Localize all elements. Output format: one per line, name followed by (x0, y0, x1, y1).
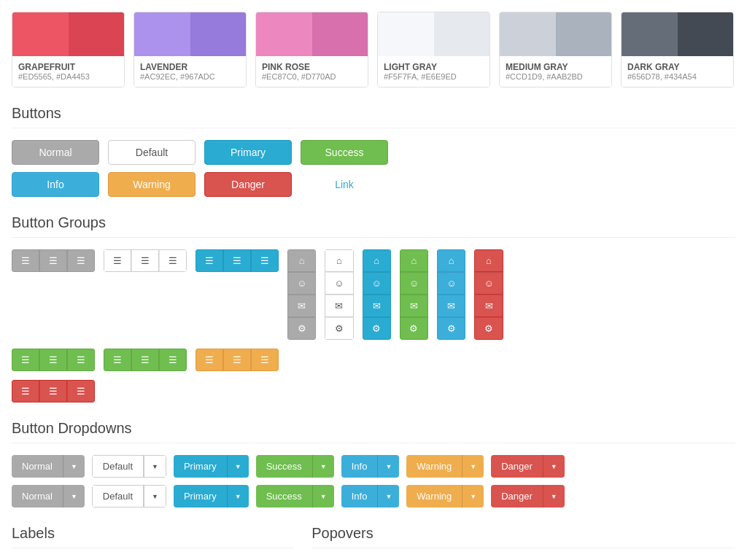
split-dropdown-normal[interactable]: Normal (12, 485, 85, 508)
home-icon-btn-normal[interactable]: ⌂ (287, 249, 316, 272)
info-button[interactable]: Info (12, 172, 99, 197)
split-dropdown-label: Info (341, 485, 378, 508)
align-left-btn-2[interactable]: ☰ (104, 249, 131, 272)
dropdown-row-2: NormalDefaultPrimarySuccessInfoWarningDa… (12, 485, 735, 508)
labels-section: Labels Normal Default Primary Success In… (12, 525, 294, 560)
chat-icon-btn-normal[interactable]: ✉ (287, 295, 316, 317)
split-dropdown-warning[interactable]: Warning (406, 485, 484, 508)
split-dropdown-info[interactable]: Info (341, 485, 400, 508)
align-right-s2[interactable]: ☰ (159, 349, 187, 371)
align-left-btn[interactable]: ☰ (12, 249, 39, 272)
split-dropdown-primary[interactable]: Primary (174, 485, 249, 508)
align-left-d[interactable]: ☰ (12, 380, 39, 402)
align-right-btn[interactable]: ☰ (67, 249, 95, 272)
btn-group-normal: ☰ ☰ ☰ (12, 249, 95, 272)
user-icon-btn-default[interactable]: ☺ (325, 272, 353, 295)
home-icon-btn-danger[interactable]: ⌂ (474, 249, 503, 272)
gear-icon-btn-info[interactable]: ⚙ (437, 317, 465, 340)
dropdown-primary[interactable]: Primary (174, 455, 249, 478)
btn-group-success-2: ☰ ☰ ☰ (104, 349, 187, 371)
swatch-hex: #AC92EC, #967ADC (140, 72, 240, 81)
swatch-color1 (378, 12, 434, 56)
default-button[interactable]: Default (108, 140, 196, 165)
align-center-btn-3[interactable]: ☰ (223, 249, 251, 272)
align-right-btn-3[interactable]: ☰ (251, 249, 279, 272)
dropdown-info[interactable]: Info (341, 455, 400, 478)
swatch-color1 (134, 12, 190, 56)
swatch-card-medium-gray: MEDIUM GRAY #CCD1D9, #AAB2BD (499, 12, 612, 88)
split-dropdown-caret (377, 485, 399, 508)
chat-icon-btn-primary[interactable]: ✉ (363, 295, 391, 317)
align-right-w[interactable]: ☰ (251, 349, 279, 371)
align-center-s2[interactable]: ☰ (131, 349, 159, 371)
swatch-info: LAVENDER #AC92EC, #967ADC (134, 56, 246, 87)
align-left-w[interactable]: ☰ (196, 349, 223, 371)
align-left-s[interactable]: ☰ (12, 349, 39, 371)
warning-button[interactable]: Warning (108, 172, 196, 197)
swatch-card-pink-rose: PINK ROSE #EC87C0, #D770AD (255, 12, 368, 88)
home-icon-btn-primary[interactable]: ⌂ (363, 249, 391, 272)
user-icon-btn-primary[interactable]: ☺ (363, 272, 391, 295)
danger-button[interactable]: Danger (204, 172, 292, 197)
home-icon-btn-success[interactable]: ⌂ (400, 249, 428, 272)
dropdown-danger[interactable]: Danger (491, 455, 565, 478)
split-dropdown-danger[interactable]: Danger (491, 485, 565, 508)
button-groups-title: Button Groups (12, 214, 735, 238)
split-dropdown-label: Primary (174, 485, 227, 508)
normal-button[interactable]: Normal (12, 140, 99, 165)
align-left-btn-3[interactable]: ☰ (196, 249, 223, 272)
align-center-d[interactable]: ☰ (39, 380, 67, 402)
chat-icon-btn-danger[interactable]: ✉ (474, 295, 503, 317)
dropdown-caret (377, 455, 399, 478)
align-center-s[interactable]: ☰ (39, 349, 67, 371)
labels-title: Labels (12, 525, 294, 548)
btn-group-vert-default: ⌂ ☺ ✉ ⚙ (325, 249, 353, 340)
button-groups-row-1: ☰ ☰ ☰ ☰ ☰ ☰ ☰ ☰ ☰ ⌂ ☺ ✉ ⚙ (12, 249, 735, 340)
swatch-hex: #ED5565, #DA4453 (18, 72, 118, 81)
split-dropdown-caret (144, 485, 166, 508)
swatch-name: PINK ROSE (262, 62, 362, 72)
swatch-name: LAVENDER (140, 62, 240, 72)
user-icon-btn-success[interactable]: ☺ (400, 272, 428, 295)
link-button[interactable]: Link (301, 172, 388, 197)
chat-icon-btn-info[interactable]: ✉ (437, 295, 465, 317)
success-button[interactable]: Success (301, 140, 388, 165)
dropdown-success[interactable]: Success (256, 455, 334, 478)
chat-icon-btn-default[interactable]: ✉ (325, 295, 353, 317)
user-icon-btn-normal[interactable]: ☺ (287, 272, 316, 295)
gear-icon-btn-primary[interactable]: ⚙ (363, 317, 391, 340)
user-icon-btn-danger[interactable]: ☺ (474, 272, 503, 295)
swatch-color2 (69, 12, 125, 56)
button-groups-section: Button Groups ☰ ☰ ☰ ☰ ☰ ☰ ☰ ☰ ☰ ⌂ (12, 214, 735, 402)
dropdown-normal[interactable]: Normal (12, 455, 85, 478)
dropdown-row-1: NormalDefaultPrimarySuccessInfoWarningDa… (12, 455, 735, 478)
button-groups-row-2: ☰ ☰ ☰ ☰ ☰ ☰ ☰ ☰ ☰ (12, 349, 735, 371)
user-icon-btn-info[interactable]: ☺ (437, 272, 465, 295)
split-dropdown-label: Default (92, 485, 144, 508)
bottom-sections: Labels Normal Default Primary Success In… (12, 525, 735, 560)
align-left-s2[interactable]: ☰ (104, 349, 131, 371)
gear-icon-btn-success[interactable]: ⚙ (400, 317, 428, 340)
split-dropdown-default[interactable]: Default (92, 485, 166, 508)
btn-group-danger: ☰ ☰ ☰ (12, 380, 95, 402)
align-center-btn[interactable]: ☰ (39, 249, 67, 272)
align-right-d[interactable]: ☰ (67, 380, 95, 402)
gear-icon-btn-default[interactable]: ⚙ (325, 317, 353, 340)
dropdown-warning[interactable]: Warning (406, 455, 484, 478)
swatch-preview (378, 12, 489, 56)
split-dropdown-success[interactable]: Success (256, 485, 334, 508)
chat-icon-btn-success[interactable]: ✉ (400, 295, 428, 317)
align-center-w[interactable]: ☰ (223, 349, 251, 371)
swatch-preview (256, 12, 368, 56)
dropdown-default[interactable]: Default (92, 455, 166, 478)
gear-icon-btn-normal[interactable]: ⚙ (287, 317, 316, 340)
align-right-btn-2[interactable]: ☰ (159, 249, 187, 272)
align-right-s[interactable]: ☰ (67, 349, 95, 371)
align-center-btn-2[interactable]: ☰ (131, 249, 159, 272)
home-icon-btn-info[interactable]: ⌂ (437, 249, 465, 272)
dropdown-label: Warning (406, 455, 462, 478)
gear-icon-btn-danger[interactable]: ⚙ (474, 317, 503, 340)
home-icon-btn-default[interactable]: ⌂ (325, 249, 353, 272)
swatch-color2 (678, 12, 734, 56)
primary-button[interactable]: Primary (204, 140, 292, 165)
